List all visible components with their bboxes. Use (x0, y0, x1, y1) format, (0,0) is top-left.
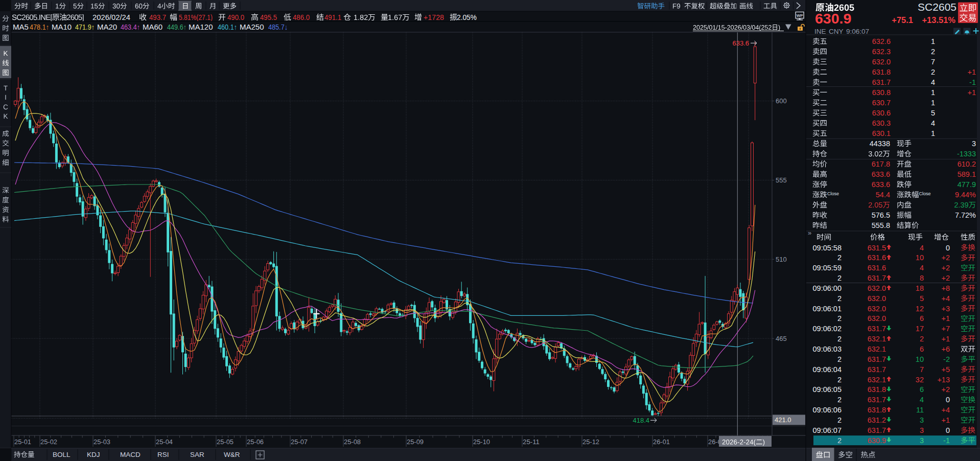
svg-text:631.6: 631.6 (868, 264, 886, 272)
svg-text:INE: INE (814, 28, 826, 35)
svg-text:6: 6 (920, 385, 924, 394)
svg-text:2: 2 (837, 253, 842, 262)
svg-text:+1: +1 (941, 314, 950, 322)
svg-text:+1: +1 (941, 416, 950, 424)
svg-text:0: 0 (946, 396, 950, 404)
svg-text:630.8: 630.8 (872, 88, 891, 97)
svg-text:5.81%(27.1): 5.81%(27.1) (179, 13, 213, 21)
svg-text:44338: 44338 (870, 140, 890, 148)
svg-text:2: 2 (837, 396, 842, 404)
svg-text:09:05:59: 09:05:59 (813, 264, 842, 272)
svg-text:MA20: MA20 (97, 22, 117, 31)
svg-text:CNY: CNY (829, 28, 844, 35)
svg-text:25-01: 25-01 (14, 439, 31, 446)
svg-text:+2: +2 (941, 264, 950, 272)
svg-text:631.8: 631.8 (868, 406, 886, 414)
svg-text:+5: +5 (941, 365, 950, 374)
svg-text:632.1: 632.1 (868, 376, 886, 384)
svg-text:631.5: 631.5 (868, 244, 886, 252)
svg-text:632.3: 632.3 (872, 48, 891, 56)
svg-text:+8: +8 (941, 284, 950, 292)
svg-text:MA10: MA10 (52, 22, 72, 31)
svg-text:630.9: 630.9 (868, 436, 886, 445)
svg-text:421.0: 421.0 (775, 416, 791, 424)
svg-text:09:06:00: 09:06:00 (813, 284, 842, 292)
svg-text:32: 32 (916, 376, 924, 384)
svg-text:1: 1 (931, 129, 935, 137)
svg-text:555: 555 (776, 176, 787, 184)
svg-text:+2: +2 (941, 274, 950, 282)
svg-text:+2: +2 (941, 385, 950, 394)
svg-text:11: 11 (916, 406, 924, 414)
svg-text:+6: +6 (941, 345, 950, 353)
svg-text:BOLL: BOLL (53, 451, 71, 458)
svg-text:632.0: 632.0 (872, 58, 891, 66)
svg-text:+75.1: +75.1 (892, 15, 913, 25)
svg-text:09:06:03: 09:06:03 (813, 345, 842, 353)
svg-text:09:06:02: 09:06:02 (813, 325, 842, 333)
svg-text:631.7: 631.7 (868, 355, 886, 363)
svg-text:478.1↑: 478.1↑ (30, 23, 49, 31)
svg-text:555.8: 555.8 (872, 221, 890, 229)
svg-text:633.6: 633.6 (872, 180, 890, 189)
svg-text:Close: Close (827, 191, 839, 196)
svg-text:25-07: 25-07 (291, 439, 308, 446)
svg-text:632.6: 632.6 (872, 37, 891, 45)
svg-text:7.72%: 7.72% (955, 211, 976, 219)
svg-text:631.8: 631.8 (868, 385, 886, 394)
svg-text:25-10: 25-10 (473, 439, 490, 446)
svg-text:2: 2 (931, 68, 935, 76)
svg-text:0: 0 (946, 426, 950, 434)
svg-text:631.7: 631.7 (868, 426, 886, 434)
svg-text:4: 4 (920, 264, 924, 272)
svg-text:631.7: 631.7 (868, 274, 886, 282)
svg-text:589.1: 589.1 (958, 170, 976, 178)
svg-text:600: 600 (776, 97, 787, 105)
svg-text:+1: +1 (967, 88, 976, 97)
svg-text:631.7: 631.7 (868, 325, 886, 333)
svg-text:+1: +1 (967, 68, 976, 76)
svg-text:2: 2 (837, 314, 842, 322)
svg-text:510: 510 (776, 256, 787, 263)
svg-text:630.3: 630.3 (872, 119, 891, 127)
svg-text:+2: +2 (941, 253, 950, 262)
svg-text:632.0: 632.0 (868, 294, 886, 303)
svg-text:630.1: 630.1 (872, 129, 891, 137)
svg-text:2: 2 (837, 274, 842, 282)
svg-text:09:06:01: 09:06:01 (813, 305, 842, 313)
svg-text:09:06:06: 09:06:06 (813, 406, 842, 414)
svg-text:+3: +3 (941, 305, 950, 313)
svg-text:25-05: 25-05 (217, 439, 234, 446)
svg-text:2: 2 (931, 48, 935, 56)
svg-text:+1728: +1728 (424, 13, 444, 21)
svg-text:-1: -1 (969, 78, 976, 86)
svg-text:471.9↑: 471.9↑ (75, 23, 95, 31)
svg-text:MACD: MACD (120, 451, 141, 458)
svg-text:630.6: 630.6 (872, 109, 891, 117)
svg-text:631.7: 631.7 (868, 365, 886, 374)
svg-text:630.9: 630.9 (815, 10, 851, 27)
svg-text:631.7: 631.7 (872, 78, 891, 86)
svg-text:485.7↓: 485.7↓ (268, 23, 288, 31)
svg-text:632.0: 632.0 (868, 305, 886, 313)
svg-text:09:05:58: 09:05:58 (813, 244, 842, 252)
svg-text:SAR: SAR (190, 451, 204, 458)
svg-text:10: 10 (916, 253, 924, 262)
svg-text:25-12: 25-12 (582, 439, 599, 446)
svg-text:2: 2 (920, 335, 924, 343)
svg-text:+4: +4 (941, 294, 950, 303)
svg-text:MA5: MA5 (13, 22, 29, 31)
svg-text:633.6: 633.6 (732, 39, 749, 47)
svg-text:7: 7 (931, 58, 935, 66)
svg-text:2: 2 (837, 416, 842, 424)
svg-text:4: 4 (931, 78, 935, 86)
svg-text:4: 4 (920, 244, 924, 252)
svg-text:491.1: 491.1 (324, 13, 341, 21)
svg-text:6: 6 (920, 314, 924, 322)
svg-text:W&R: W&R (224, 451, 240, 458)
svg-text:25-06: 25-06 (247, 439, 264, 446)
svg-text:12: 12 (916, 305, 924, 313)
svg-text:2: 2 (837, 376, 842, 384)
svg-text:3: 3 (920, 436, 924, 445)
svg-text:0: 0 (946, 244, 950, 252)
